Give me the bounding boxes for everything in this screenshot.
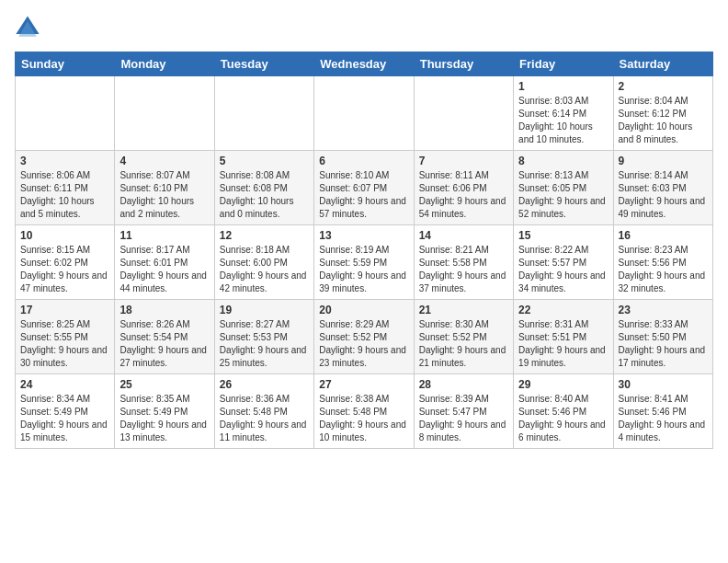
calendar-cell: 10Sunrise: 8:15 AMSunset: 6:02 PMDayligh… <box>16 225 115 300</box>
day-number: 15 <box>518 229 608 242</box>
day-info: Daylight: 9 hours and 49 minutes. <box>619 195 708 221</box>
day-info: Sunset: 6:14 PM <box>518 108 608 121</box>
day-info: Daylight: 9 hours and 23 minutes. <box>319 344 408 370</box>
day-info: Daylight: 9 hours and 42 minutes. <box>220 270 309 295</box>
day-number: 18 <box>119 304 209 316</box>
day-info: Daylight: 9 hours and 52 minutes. <box>518 195 608 221</box>
day-info: Sunset: 6:08 PM <box>220 182 309 195</box>
day-info: Sunrise: 8:23 AM <box>619 244 708 257</box>
calendar-cell: 28Sunrise: 8:39 AMSunset: 5:47 PMDayligh… <box>414 374 513 449</box>
day-info: Sunset: 6:06 PM <box>419 182 508 195</box>
day-number: 10 <box>20 229 109 242</box>
day-number: 1 <box>518 80 608 93</box>
day-of-week-header: Sunday <box>16 52 115 76</box>
day-info: Sunrise: 8:03 AM <box>518 95 608 108</box>
day-info: Daylight: 9 hours and 47 minutes. <box>20 270 109 295</box>
day-info: Sunrise: 8:21 AM <box>419 244 508 257</box>
day-info: Daylight: 10 hours and 5 minutes. <box>20 195 109 221</box>
day-info: Sunrise: 8:40 AM <box>518 393 608 406</box>
day-number: 14 <box>419 229 508 242</box>
day-info: Daylight: 9 hours and 4 minutes. <box>619 419 708 444</box>
day-info: Sunset: 5:56 PM <box>619 257 708 270</box>
day-info: Sunrise: 8:36 AM <box>220 393 309 406</box>
day-number: 30 <box>619 378 708 391</box>
day-info: Sunset: 5:59 PM <box>319 257 408 270</box>
day-info: Sunrise: 8:22 AM <box>518 244 608 257</box>
calendar-cell: 4Sunrise: 8:07 AMSunset: 6:10 PMDaylight… <box>115 151 214 225</box>
day-number: 21 <box>419 304 508 316</box>
day-info: Daylight: 9 hours and 21 minutes. <box>419 344 508 370</box>
calendar-cell: 27Sunrise: 8:38 AMSunset: 5:48 PMDayligh… <box>314 374 414 449</box>
day-info: Sunrise: 8:04 AM <box>619 95 708 108</box>
day-info: Daylight: 10 hours and 0 minutes. <box>220 195 309 221</box>
day-info: Sunrise: 8:31 AM <box>518 318 608 331</box>
day-info: Sunset: 5:52 PM <box>319 331 408 344</box>
day-info: Sunset: 6:00 PM <box>220 257 309 270</box>
calendar-cell: 15Sunrise: 8:22 AMSunset: 5:57 PMDayligh… <box>514 225 613 300</box>
day-number: 19 <box>220 304 309 316</box>
day-number: 13 <box>319 229 408 242</box>
calendar-cell: 20Sunrise: 8:29 AMSunset: 5:52 PMDayligh… <box>314 300 414 374</box>
calendar-cell: 9Sunrise: 8:14 AMSunset: 6:03 PMDaylight… <box>613 151 712 225</box>
calendar-cell: 12Sunrise: 8:18 AMSunset: 6:00 PMDayligh… <box>214 225 313 300</box>
day-number: 8 <box>518 155 608 167</box>
day-info: Daylight: 9 hours and 44 minutes. <box>119 270 209 295</box>
day-info: Sunrise: 8:14 AM <box>619 169 708 182</box>
day-info: Sunset: 5:46 PM <box>518 406 608 419</box>
day-info: Daylight: 9 hours and 19 minutes. <box>518 344 608 370</box>
day-info: Sunrise: 8:34 AM <box>20 393 109 406</box>
calendar-cell <box>214 76 313 151</box>
day-of-week-header: Thursday <box>414 52 513 76</box>
calendar-cell: 26Sunrise: 8:36 AMSunset: 5:48 PMDayligh… <box>214 374 313 449</box>
calendar-week-row: 1Sunrise: 8:03 AMSunset: 6:14 PMDaylight… <box>16 76 713 151</box>
day-info: Sunrise: 8:38 AM <box>319 393 408 406</box>
day-of-week-header: Friday <box>514 52 613 76</box>
calendar-cell: 6Sunrise: 8:10 AMSunset: 6:07 PMDaylight… <box>314 151 414 225</box>
day-info: Daylight: 9 hours and 25 minutes. <box>220 344 309 370</box>
calendar-cell: 30Sunrise: 8:41 AMSunset: 5:46 PMDayligh… <box>613 374 712 449</box>
calendar-cell: 14Sunrise: 8:21 AMSunset: 5:58 PMDayligh… <box>414 225 513 300</box>
calendar-cell: 29Sunrise: 8:40 AMSunset: 5:46 PMDayligh… <box>514 374 613 449</box>
day-number: 17 <box>20 304 109 316</box>
day-info: Sunset: 5:49 PM <box>119 406 209 419</box>
day-info: Daylight: 10 hours and 2 minutes. <box>119 195 209 221</box>
day-number: 28 <box>419 378 508 391</box>
calendar-cell: 1Sunrise: 8:03 AMSunset: 6:14 PMDaylight… <box>514 76 613 151</box>
calendar-cell: 25Sunrise: 8:35 AMSunset: 5:49 PMDayligh… <box>115 374 214 449</box>
day-info: Daylight: 9 hours and 54 minutes. <box>419 195 508 221</box>
calendar-cell: 7Sunrise: 8:11 AMSunset: 6:06 PMDaylight… <box>414 151 513 225</box>
day-info: Daylight: 10 hours and 8 minutes. <box>619 121 708 146</box>
calendar-cell <box>115 76 214 151</box>
day-info: Sunset: 5:54 PM <box>119 331 209 344</box>
day-info: Daylight: 9 hours and 37 minutes. <box>419 270 508 295</box>
day-number: 22 <box>518 304 608 316</box>
day-info: Sunset: 6:10 PM <box>119 182 209 195</box>
day-number: 12 <box>220 229 309 242</box>
day-info: Sunrise: 8:30 AM <box>419 318 508 331</box>
day-info: Sunrise: 8:06 AM <box>20 169 109 182</box>
day-info: Sunset: 5:46 PM <box>619 406 708 419</box>
day-info: Daylight: 9 hours and 34 minutes. <box>518 270 608 295</box>
day-info: Daylight: 9 hours and 57 minutes. <box>319 195 408 221</box>
day-info: Sunrise: 8:26 AM <box>119 318 209 331</box>
day-number: 7 <box>419 155 508 167</box>
day-info: Sunset: 5:49 PM <box>20 406 109 419</box>
calendar-cell <box>16 76 115 151</box>
calendar-cell: 2Sunrise: 8:04 AMSunset: 6:12 PMDaylight… <box>613 76 712 151</box>
calendar-cell: 21Sunrise: 8:30 AMSunset: 5:52 PMDayligh… <box>414 300 513 374</box>
day-number: 24 <box>20 378 109 391</box>
day-info: Daylight: 9 hours and 27 minutes. <box>119 344 209 370</box>
day-number: 5 <box>220 155 309 167</box>
day-of-week-header: Tuesday <box>214 52 313 76</box>
day-info: Daylight: 9 hours and 17 minutes. <box>619 344 708 370</box>
day-info: Sunrise: 8:19 AM <box>319 244 408 257</box>
calendar-cell: 11Sunrise: 8:17 AMSunset: 6:01 PMDayligh… <box>115 225 214 300</box>
day-info: Sunset: 5:57 PM <box>518 257 608 270</box>
day-info: Sunset: 6:02 PM <box>20 257 109 270</box>
logo <box>15 15 44 40</box>
day-number: 16 <box>619 229 708 242</box>
day-info: Sunrise: 8:41 AM <box>619 393 708 406</box>
day-of-week-header: Monday <box>115 52 214 76</box>
calendar-week-row: 17Sunrise: 8:25 AMSunset: 5:55 PMDayligh… <box>16 300 713 374</box>
page-header <box>15 15 713 40</box>
